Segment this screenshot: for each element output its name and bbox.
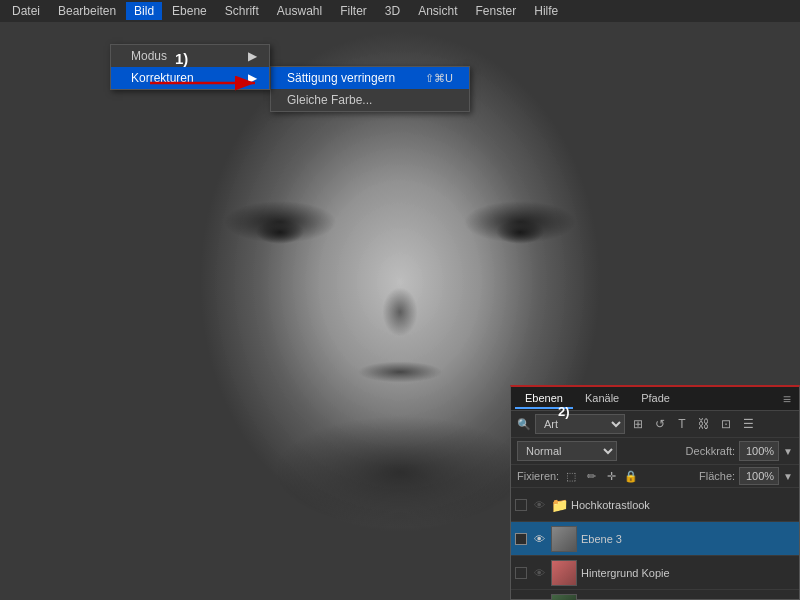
layer-name-hochkotrastlook: Hochkotrastlook (571, 499, 795, 511)
korrekturen-submenu: Sättigung verringern ⇧⌘U Gleiche Farbe..… (270, 66, 470, 112)
layer-thumb-hintergrund (551, 594, 577, 601)
flache-arrow-icon[interactable]: ▼ (783, 471, 793, 482)
blend-mode-select[interactable]: Normal (517, 441, 617, 461)
text-icon[interactable]: T (673, 415, 691, 433)
fix-label: Fixieren: (517, 470, 559, 482)
layer-check-hintergrundkopie[interactable] (515, 567, 527, 579)
step1-annotation: 1) (175, 50, 188, 67)
submenu-saettigung[interactable]: Sättigung verringern ⇧⌘U (271, 67, 469, 89)
menu-ebene[interactable]: Ebene (164, 2, 215, 20)
panel-toolbar: 🔍 Art ⊞ ↺ T ⛓ ⊡ ☰ (511, 411, 799, 438)
search-icon: 🔍 (517, 418, 531, 431)
layer-thumb-ebene3 (551, 526, 577, 552)
menu-bearbeiten[interactable]: Bearbeiten (50, 2, 124, 20)
menu-datei[interactable]: Datei (4, 2, 48, 20)
layer-visibility-hintergrundkopie[interactable]: 👁 (531, 565, 547, 581)
submenu-gleiche-farbe[interactable]: Gleiche Farbe... (271, 89, 469, 111)
layer-row-ebene3[interactable]: 👁 Ebene 3 (511, 522, 799, 556)
flache-label: Fläche: (699, 470, 735, 482)
menubar: Datei Bearbeiten Bild Ebene Schrift Ausw… (0, 0, 800, 22)
copy-icon[interactable]: ⊡ (717, 415, 735, 433)
gleiche-farbe-label: Gleiche Farbe... (287, 93, 372, 107)
tab-pfade[interactable]: Pfade (631, 389, 680, 409)
layer-name-ebene3: Ebene 3 (581, 533, 795, 545)
menu-filter[interactable]: Filter (332, 2, 375, 20)
link-icon[interactable]: ⛓ (695, 415, 713, 433)
layer-thumb-hintergrundkopie (551, 560, 577, 586)
fix-paint-icon[interactable]: ✏ (583, 468, 599, 484)
panel-tabs: Ebenen Kanäle Pfade ≡ (511, 387, 799, 411)
fix-position-icon[interactable]: ⬚ (563, 468, 579, 484)
bild-menu: Modus ▶ Korrekturen ▶ (110, 44, 270, 90)
opacity-input[interactable] (739, 441, 779, 461)
fix-move-icon[interactable]: ✛ (603, 468, 619, 484)
saettigung-label: Sättigung verringern (287, 71, 395, 85)
fix-row: Fixieren: ⬚ ✏ ✛ 🔒 Fläche: ▼ (511, 465, 799, 488)
opacity-arrow-icon[interactable]: ▼ (783, 446, 793, 457)
layer-group-icon: 📁 (551, 497, 567, 513)
refresh-icon[interactable]: ↺ (651, 415, 669, 433)
menu-3d[interactable]: 3D (377, 2, 408, 20)
layer-visibility-ebene3[interactable]: 👁 (531, 531, 547, 547)
menu-korrekturen[interactable]: Korrekturen ▶ (111, 67, 269, 89)
menu-ansicht[interactable]: Ansicht (410, 2, 465, 20)
layer-name-hintergrundkopie: Hintergrund Kopie (581, 567, 795, 579)
korrekturen-label: Korrekturen (131, 71, 194, 85)
fix-lock-icon[interactable]: 🔒 (623, 468, 639, 484)
menu-fenster[interactable]: Fenster (468, 2, 525, 20)
modus-arrow: ▶ (248, 49, 257, 63)
modus-label: Modus (131, 49, 167, 63)
layers-panel: Ebenen Kanäle Pfade ≡ 🔍 Art ⊞ ↺ T ⛓ ⊡ ☰ … (510, 385, 800, 600)
step2-annotation: 2) (558, 404, 570, 419)
panel-menu-icon[interactable]: ☰ (739, 415, 757, 433)
panel-close-button[interactable]: ≡ (779, 389, 795, 409)
blend-row: Normal Deckkraft: ▼ (511, 438, 799, 465)
menu-auswahl[interactable]: Auswahl (269, 2, 330, 20)
filter-select[interactable]: Art (535, 414, 625, 434)
new-layer-icon[interactable]: ⊞ (629, 415, 647, 433)
tab-kanaele[interactable]: Kanäle (575, 389, 629, 409)
layer-row-hintergrund[interactable]: 👁 Hintergrund 🔒 (511, 590, 799, 600)
layer-check-ebene3[interactable] (515, 533, 527, 545)
layer-check-hochkotrastlook[interactable] (515, 499, 527, 511)
opacity-label: Deckkraft: (686, 445, 736, 457)
layer-visibility-hochkotrastlook[interactable]: 👁 (531, 497, 547, 513)
layer-row-hintergrundkopie[interactable]: 👁 Hintergrund Kopie (511, 556, 799, 590)
saettigung-shortcut: ⇧⌘U (425, 72, 453, 85)
canvas-area: Modus ▶ Korrekturen ▶ 1) Sättigung verri… (0, 22, 800, 600)
korrekturen-arrow: ▶ (248, 71, 257, 85)
menu-bild[interactable]: Bild (126, 2, 162, 20)
flache-input[interactable] (739, 467, 779, 485)
layer-row-hochkotrastlook[interactable]: 👁 📁 Hochkotrastlook (511, 488, 799, 522)
menu-schrift[interactable]: Schrift (217, 2, 267, 20)
menu-modus[interactable]: Modus ▶ (111, 45, 269, 67)
menu-hilfe[interactable]: Hilfe (526, 2, 566, 20)
